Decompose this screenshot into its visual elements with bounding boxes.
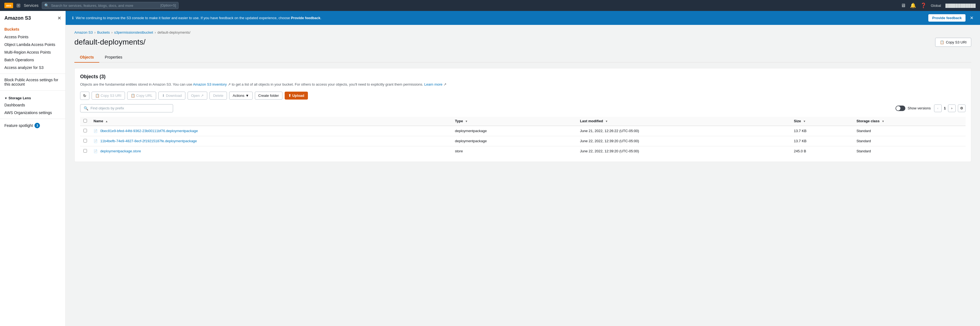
row-3-type: store	[452, 146, 577, 156]
sidebar-item-org-settings[interactable]: AWS Organizations settings	[0, 109, 65, 116]
tab-objects[interactable]: Objects	[75, 52, 99, 63]
copy-s3-uri-header-btn[interactable]: 📋 Copy S3 URI	[935, 38, 971, 47]
nav-right: 🖥 🔔 ❓ Global ████████████	[901, 2, 975, 8]
sidebar-item-batch-ops[interactable]: Batch Operations	[0, 56, 65, 64]
size-sort-icon: ▼	[803, 120, 806, 123]
inventory-link[interactable]: Amazon S3 inventory	[193, 82, 227, 86]
sidebar-item-access-points[interactable]: Access Points	[0, 33, 65, 41]
copy-s3-uri-btn[interactable]: 📋 Copy S3 URI	[92, 92, 125, 100]
toolbar: ↻ 📋 Copy S3 URI 📋 Copy URL ⬇ Download	[80, 92, 966, 100]
row-2-last-modified: June 22, 2022, 12:39:20 (UTC-05:00)	[577, 136, 791, 146]
sidebar-storage-lens-section[interactable]: ▼ Storage Lens	[0, 93, 65, 101]
page-header: default-deployments/ 📋 Copy S3 URI	[75, 38, 971, 47]
search-row: 🔍 Show versions ‹ 1 › ⚙	[80, 104, 966, 112]
row-3-name: 📄 deploymentpackage.store	[90, 146, 452, 156]
versions-toggle-switch[interactable]	[896, 106, 905, 111]
refresh-btn[interactable]: ↻	[80, 92, 89, 100]
table-row: 📄 deploymentpackage.store store June 22,…	[80, 146, 966, 156]
pagination-row: ‹ 1 › ⚙	[934, 105, 966, 112]
objects-panel-header: Objects (3)	[80, 74, 966, 80]
row-1-last-modified: June 21, 2022, 12:26:22 (UTC-05:00)	[577, 126, 791, 136]
tab-properties[interactable]: Properties	[99, 52, 128, 63]
delete-btn[interactable]: Delete	[210, 92, 227, 100]
sidebar-item-multi-region[interactable]: Multi-Region Access Points	[0, 48, 65, 56]
copy-url-btn[interactable]: 📋 Copy URL	[127, 92, 156, 100]
storage-lens-arrow: ▼	[5, 97, 7, 100]
bell-icon[interactable]: 🔔	[910, 2, 916, 8]
prev-page-btn[interactable]: ‹	[934, 105, 942, 112]
open-btn[interactable]: Open ↗	[188, 92, 208, 100]
file-icon-1: 📄	[94, 129, 98, 133]
row-1-name-link[interactable]: 0bec81e9-bfed-44fd-9362-23b00111bf76.dep…	[100, 129, 198, 133]
breadcrumb-amazon-s3[interactable]: Amazon S3	[75, 30, 93, 35]
search-icon: 🔍	[44, 3, 49, 8]
breadcrumb-sep-2: ›	[111, 31, 112, 35]
name-header[interactable]: Name ▲	[90, 117, 452, 126]
table-header-row: Name ▲ Type ▼ Last modified ▼	[80, 117, 966, 126]
sidebar-close-btn[interactable]: ✕	[57, 16, 61, 21]
search-shortcut: [Option+S]	[161, 3, 176, 7]
page-container: Amazon S3 › Buckets › s3permissionstestb…	[65, 25, 980, 167]
select-all-header	[80, 117, 90, 126]
upload-btn[interactable]: ⬆ Upload	[285, 92, 308, 100]
name-sort-icon: ▲	[105, 120, 108, 123]
sidebar: Amazon S3 ✕ Buckets Access Points Object…	[0, 11, 65, 326]
table-settings-btn[interactable]: ⚙	[958, 105, 966, 112]
size-header[interactable]: Size ▼	[791, 117, 853, 126]
row-1-checkbox-cell	[80, 126, 90, 136]
breadcrumb-bucket-name[interactable]: s3permissionstestbucket	[114, 30, 153, 35]
monitor-icon[interactable]: 🖥	[901, 3, 905, 8]
breadcrumb-buckets[interactable]: Buckets	[97, 30, 110, 35]
storage-class-header[interactable]: Storage class ▼	[853, 117, 966, 126]
row-3-size: 245.0 B	[791, 146, 853, 156]
layout: Amazon S3 ✕ Buckets Access Points Object…	[0, 11, 980, 326]
row-3-checkbox[interactable]	[83, 149, 87, 153]
objects-table: Name ▲ Type ▼ Last modified ▼	[80, 117, 966, 156]
sidebar-item-buckets[interactable]: Buckets	[0, 25, 65, 33]
row-1-name: 📄 0bec81e9-bfed-44fd-9362-23b00111bf76.d…	[90, 126, 452, 136]
help-icon[interactable]: ❓	[920, 2, 926, 8]
grid-icon[interactable]: ⊞	[16, 2, 21, 8]
prefix-search-icon: 🔍	[84, 106, 88, 110]
row-2-checkbox[interactable]	[83, 139, 87, 143]
table-header: Name ▲ Type ▼ Last modified ▼	[80, 117, 966, 126]
sidebar-feature-spotlight: Feature spotlight 3	[0, 121, 65, 130]
row-3-name-link[interactable]: deploymentpackage.store	[100, 149, 141, 153]
copy-icon: 📋	[940, 40, 944, 44]
info-banner-close-btn[interactable]: ✕	[970, 15, 974, 21]
region-selector[interactable]: Global	[931, 3, 941, 8]
row-2-checkbox-cell	[80, 136, 90, 146]
learn-more-link[interactable]: Learn more	[425, 82, 442, 86]
show-versions-toggle: Show versions	[896, 106, 931, 111]
breadcrumb-sep-1: ›	[94, 31, 95, 35]
info-banner-link[interactable]: Provide feedback	[291, 16, 320, 20]
sidebar-nav: Buckets Access Points Object Lambda Acce…	[0, 25, 65, 72]
create-folder-btn[interactable]: Create folder	[255, 92, 282, 100]
sidebar-item-dashboards[interactable]: Dashboards	[0, 101, 65, 109]
next-page-btn[interactable]: ›	[948, 105, 956, 112]
last-modified-header[interactable]: Last modified ▼	[577, 117, 791, 126]
sidebar-item-object-lambda[interactable]: Object Lambda Access Points	[0, 41, 65, 48]
actions-btn[interactable]: Actions ▼	[229, 92, 253, 100]
sidebar-divider-1	[0, 73, 65, 74]
download-btn[interactable]: ⬇ Download	[158, 92, 185, 100]
sidebar-item-access-analyzer[interactable]: Access analyzer for S3	[0, 64, 65, 72]
prefix-search-input[interactable]	[91, 106, 170, 110]
provide-feedback-btn[interactable]: Provide feedback	[928, 14, 966, 22]
aws-logo: aws	[5, 3, 13, 8]
select-all-checkbox[interactable]	[83, 119, 87, 122]
actions-chevron-icon: ▼	[245, 94, 249, 98]
copy-s3-uri-icon: 📋	[95, 94, 100, 98]
row-2-name-link[interactable]: 11b4befb-74e9-4827-8ecf-2f19215187fe.dep…	[100, 139, 197, 143]
sidebar-block-public-access[interactable]: Block Public Access settings for this ac…	[0, 76, 65, 88]
services-label[interactable]: Services	[24, 3, 38, 8]
download-icon: ⬇	[162, 94, 165, 98]
table-row: 📄 11b4befb-74e9-4827-8ecf-2f19215187fe.d…	[80, 136, 966, 146]
type-header[interactable]: Type ▼	[452, 117, 577, 126]
breadcrumb-current: default-deployments/	[158, 30, 191, 35]
account-menu[interactable]: ████████████	[945, 3, 975, 8]
info-banner-text: We're continuing to improve the S3 conso…	[76, 16, 926, 20]
main-content: ℹ We're continuing to improve the S3 con…	[65, 11, 980, 326]
row-1-checkbox[interactable]	[83, 129, 87, 132]
search-input[interactable]	[51, 3, 158, 8]
